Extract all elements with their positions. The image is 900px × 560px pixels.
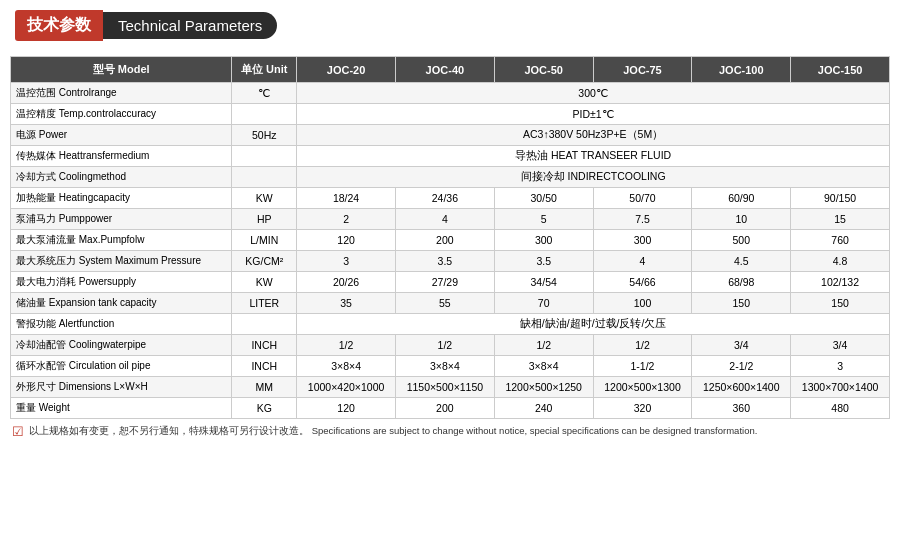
table-row: 外形尺寸 Dimensions L×W×HMM1000×420×10001150… (11, 377, 890, 398)
row-value: 760 (791, 230, 890, 251)
row-label: 最大系统压力 System Maximum Pressure (11, 251, 232, 272)
row-value: 15 (791, 209, 890, 230)
table-row: 储油量 Expansion tank capacityLITER35557010… (11, 293, 890, 314)
table-row: 冷却方式 Coolingmethod间接冷却 INDIRECTCOOLING (11, 167, 890, 188)
row-value: 90/150 (791, 188, 890, 209)
row-value: 300 (494, 230, 593, 251)
row-value: 1/2 (297, 335, 396, 356)
row-value: 27/29 (395, 272, 494, 293)
row-unit (232, 146, 297, 167)
row-value: 3/4 (791, 335, 890, 356)
table-row: 加热能量 HeatingcapacityKW18/2424/3630/5050/… (11, 188, 890, 209)
row-value: 35 (297, 293, 396, 314)
row-value: 55 (395, 293, 494, 314)
col-joc40: JOC-40 (395, 57, 494, 83)
table-row: 温控精度 Temp.controlaccuracyPID±1℃ (11, 104, 890, 125)
specs-table: 型号 Model 单位 Unit JOC-20 JOC-40 JOC-50 JO… (10, 56, 890, 419)
row-span-value: PID±1℃ (297, 104, 890, 125)
row-unit: INCH (232, 356, 297, 377)
row-label: 冷却方式 Coolingmethod (11, 167, 232, 188)
row-value: 3×8×4 (395, 356, 494, 377)
row-value: 1000×420×1000 (297, 377, 396, 398)
row-label: 最大泵浦流量 Max.Pumpfolw (11, 230, 232, 251)
row-unit: ℃ (232, 83, 297, 104)
col-joc50: JOC-50 (494, 57, 593, 83)
row-label: 储油量 Expansion tank capacity (11, 293, 232, 314)
row-label: 温控范围 Controlrange (11, 83, 232, 104)
row-unit: KG/CM² (232, 251, 297, 272)
row-unit (232, 314, 297, 335)
table-row: 警报功能 Alertfunction缺相/缺油/超时/过载/反转/欠压 (11, 314, 890, 335)
table-row: 最大电力消耗 PowersupplyKW20/2627/2934/5454/66… (11, 272, 890, 293)
row-value: 3.5 (494, 251, 593, 272)
check-icon: ☑ (12, 424, 24, 439)
row-value: 5 (494, 209, 593, 230)
table-row: 重量 WeightKG120200240320360480 (11, 398, 890, 419)
row-label: 温控精度 Temp.controlaccuracy (11, 104, 232, 125)
row-label: 传热媒体 Heattransfermedium (11, 146, 232, 167)
col-joc150: JOC-150 (791, 57, 890, 83)
row-value: 3×8×4 (297, 356, 396, 377)
row-value: 120 (297, 230, 396, 251)
row-value: 300 (593, 230, 692, 251)
row-value: 3 (791, 356, 890, 377)
row-span-value: 300℃ (297, 83, 890, 104)
row-value: 68/98 (692, 272, 791, 293)
row-value: 50/70 (593, 188, 692, 209)
row-value: 1/2 (593, 335, 692, 356)
row-value: 2 (297, 209, 396, 230)
row-unit (232, 167, 297, 188)
row-value: 3/4 (692, 335, 791, 356)
row-value: 150 (791, 293, 890, 314)
row-label: 最大电力消耗 Powersupply (11, 272, 232, 293)
row-value: 1200×500×1300 (593, 377, 692, 398)
row-label: 冷却油配管 Coolingwaterpipe (11, 335, 232, 356)
row-value: 34/54 (494, 272, 593, 293)
row-span-value: 导热油 HEAT TRANSEER FLUID (297, 146, 890, 167)
row-span-value: 缺相/缺油/超时/过载/反转/欠压 (297, 314, 890, 335)
col-model: 型号 Model (11, 57, 232, 83)
row-value: 4 (395, 209, 494, 230)
row-value: 7.5 (593, 209, 692, 230)
row-value: 18/24 (297, 188, 396, 209)
row-span-value: 间接冷却 INDIRECTCOOLING (297, 167, 890, 188)
row-label: 警报功能 Alertfunction (11, 314, 232, 335)
row-value: 1-1/2 (593, 356, 692, 377)
row-value: 500 (692, 230, 791, 251)
row-unit: LITER (232, 293, 297, 314)
row-unit: INCH (232, 335, 297, 356)
row-label: 加热能量 Heatingcapacity (11, 188, 232, 209)
row-value: 54/66 (593, 272, 692, 293)
row-value: 4.5 (692, 251, 791, 272)
row-value: 1200×500×1250 (494, 377, 593, 398)
row-value: 1/2 (494, 335, 593, 356)
row-value: 1/2 (395, 335, 494, 356)
row-value: 20/26 (297, 272, 396, 293)
row-unit: 50Hz (232, 125, 297, 146)
header: 技术参数 Technical Parameters (0, 0, 900, 51)
row-value: 2-1/2 (692, 356, 791, 377)
header-title-en: Technical Parameters (103, 12, 277, 39)
row-span-value: AC3↑380V 50Hz3P+E（5M） (297, 125, 890, 146)
row-label: 外形尺寸 Dimensions L×W×H (11, 377, 232, 398)
row-label: 电源 Power (11, 125, 232, 146)
row-value: 10 (692, 209, 791, 230)
row-value: 3×8×4 (494, 356, 593, 377)
row-value: 480 (791, 398, 890, 419)
col-joc20: JOC-20 (297, 57, 396, 83)
row-value: 200 (395, 398, 494, 419)
row-value: 200 (395, 230, 494, 251)
row-unit: KW (232, 188, 297, 209)
row-label: 重量 Weight (11, 398, 232, 419)
col-joc75: JOC-75 (593, 57, 692, 83)
row-value: 24/36 (395, 188, 494, 209)
table-row: 最大系统压力 System Maximum PressureKG/CM²33.5… (11, 251, 890, 272)
col-joc100: JOC-100 (692, 57, 791, 83)
row-value: 100 (593, 293, 692, 314)
row-label: 循环水配管 Circulation oil pipe (11, 356, 232, 377)
row-unit: MM (232, 377, 297, 398)
table-row: 泵浦马力 PumppowerHP2457.51015 (11, 209, 890, 230)
row-unit (232, 104, 297, 125)
table-header-row: 型号 Model 单位 Unit JOC-20 JOC-40 JOC-50 JO… (11, 57, 890, 83)
col-unit: 单位 Unit (232, 57, 297, 83)
